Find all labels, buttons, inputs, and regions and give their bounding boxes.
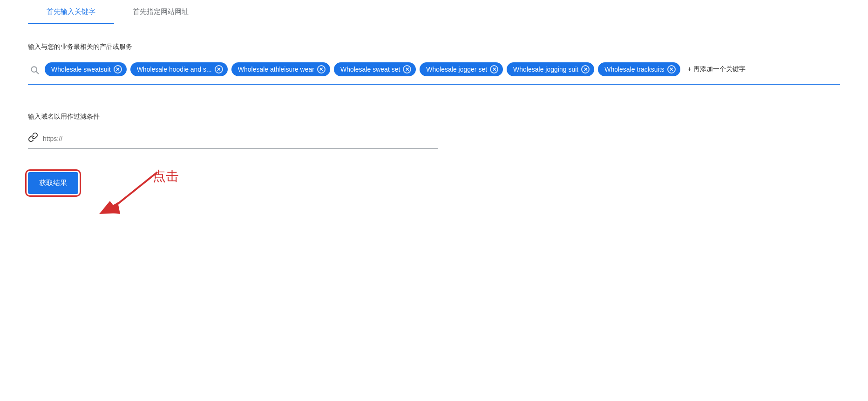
annotation-text: 点击 xyxy=(153,167,179,185)
domain-input-wrap xyxy=(28,128,438,149)
search-icon xyxy=(28,62,41,77)
domain-input[interactable] xyxy=(43,135,438,142)
main-content: 输入与您的业务最相关的产品或服务 Wholesale sweatsuit ✕ W… xyxy=(0,24,868,243)
tag-close-1[interactable]: ✕ xyxy=(114,65,122,74)
tag-close-6[interactable]: ✕ xyxy=(581,65,590,74)
svg-line-1 xyxy=(36,72,39,74)
tag-close-3[interactable]: ✕ xyxy=(317,65,326,74)
tag-close-4[interactable]: ✕ xyxy=(403,65,411,74)
tag-wholesale-athleisure: Wholesale athleisure wear ✕ xyxy=(231,62,330,76)
tag-wholesale-sweatsuit: Wholesale sweatsuit ✕ xyxy=(45,62,127,76)
add-keyword-button[interactable]: + 再添加一个关键字 xyxy=(684,62,749,76)
keyword-section-label: 输入与您的业务最相关的产品或服务 xyxy=(28,43,840,51)
tag-wholesale-sweat-set: Wholesale sweat set ✕ xyxy=(334,62,416,76)
tag-wholesale-hoodie: Wholesale hoodie and s... ✕ xyxy=(130,62,228,76)
tag-wholesale-jogging: Wholesale jogging suit ✕ xyxy=(507,62,594,76)
tag-wholesale-jogger: Wholesale jogger set ✕ xyxy=(420,62,503,76)
tag-close-2[interactable]: ✕ xyxy=(215,65,223,74)
domain-section-label: 输入域名以用作过滤条件 xyxy=(28,113,840,121)
tag-close-7[interactable]: ✕ xyxy=(667,65,676,74)
keywords-area: Wholesale sweatsuit ✕ Wholesale hoodie a… xyxy=(28,59,840,85)
tag-close-5[interactable]: ✕ xyxy=(490,65,498,74)
tab-url[interactable]: 首先指定网站网址 xyxy=(114,0,207,24)
tab-keyword[interactable]: 首先输入关键字 xyxy=(28,0,114,24)
link-icon xyxy=(28,132,38,145)
tabs-container: 首先输入关键字 首先指定网站网址 xyxy=(0,0,868,24)
domain-section: 输入域名以用作过滤条件 xyxy=(28,113,840,149)
tag-wholesale-tracksuits: Wholesale tracksuits ✕ xyxy=(598,62,680,76)
tags-wrap: Wholesale sweatsuit ✕ Wholesale hoodie a… xyxy=(45,62,840,76)
get-results-button[interactable]: 获取结果 xyxy=(28,172,78,194)
